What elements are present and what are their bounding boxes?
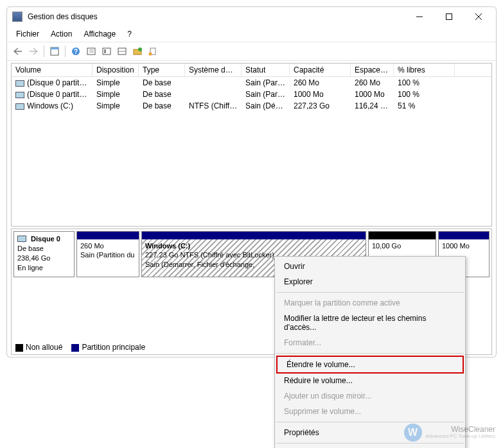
table-row[interactable]: (Disque 0 partition...SimpleDe baseSain … xyxy=(12,77,491,89)
svg-rect-12 xyxy=(104,49,106,53)
partition-box[interactable]: 260 MoSain (Partition du xyxy=(76,231,139,277)
context-menu-item: Formater... xyxy=(275,335,465,350)
table-header: Volume Disposition Type Système de ... S… xyxy=(12,64,491,77)
legend-primary-swatch xyxy=(71,344,79,352)
context-menu: OuvrirExplorerMarquer la partition comme… xyxy=(274,256,466,448)
disk-icon xyxy=(17,236,26,242)
th-volume[interactable]: Volume xyxy=(12,64,93,76)
legend-unallocated-swatch xyxy=(15,344,23,352)
context-menu-item: Marquer la partition comme active xyxy=(275,295,465,311)
context-menu-separator xyxy=(276,422,464,422)
menu-view[interactable]: Affichage xyxy=(78,28,121,40)
context-menu-separator xyxy=(276,292,464,293)
th-disposition[interactable]: Disposition xyxy=(93,64,139,76)
partition-size: 260 Mo xyxy=(80,241,136,250)
disk-size: 238,46 Go xyxy=(17,254,50,262)
context-menu-item[interactable]: Modifier la lettre de lecteur et les che… xyxy=(275,311,465,335)
disk-type: De base xyxy=(17,245,44,252)
maximize-button[interactable] xyxy=(434,7,464,26)
watermark-sub: Advanced PC Tune-up Utilities xyxy=(426,434,496,440)
volume-icon xyxy=(15,80,24,87)
toolbar-icon-3[interactable] xyxy=(115,44,129,58)
volume-icon xyxy=(15,92,24,98)
partition-size: 10,00 Go xyxy=(372,241,432,250)
svg-rect-11 xyxy=(103,48,110,55)
volume-list: Volume Disposition Type Système de ... S… xyxy=(11,63,492,227)
menu-help[interactable]: ? xyxy=(122,28,137,40)
menubar: Fichier Action Affichage ? xyxy=(7,26,496,42)
svg-text:?: ? xyxy=(74,48,78,55)
legend-primary: Partition principale xyxy=(82,343,145,352)
context-menu-item: Ajouter un disque miroir... xyxy=(275,388,465,404)
legend: Non alloué Partition principale xyxy=(15,343,145,352)
svg-point-18 xyxy=(149,53,152,56)
th-capacity[interactable]: Capacité xyxy=(290,64,351,76)
th-percent[interactable]: % libres xyxy=(394,64,455,76)
th-system[interactable]: Système de ... xyxy=(185,64,242,76)
context-menu-item[interactable]: Réduire le volume... xyxy=(275,373,465,388)
partition-size: 1000 Mo xyxy=(442,241,486,250)
partition-status: Sain (Partition du xyxy=(80,250,136,259)
window-title: Gestion des disques xyxy=(28,12,405,21)
menu-action[interactable]: Action xyxy=(46,28,77,40)
disk-name: Disque 0 xyxy=(31,235,60,243)
volume-icon xyxy=(15,103,24,110)
toolbar-icon-5[interactable] xyxy=(146,44,160,58)
context-menu-item[interactable]: Explorer xyxy=(275,274,465,289)
toolbar-icon-1[interactable] xyxy=(84,44,98,58)
context-menu-separator xyxy=(276,443,464,444)
toolbar: ? xyxy=(7,42,496,61)
help-icon[interactable]: ? xyxy=(69,44,83,58)
close-button[interactable] xyxy=(464,7,493,26)
th-free[interactable]: Espace li... xyxy=(351,64,394,76)
table-row[interactable]: Windows (C:)SimpleDe baseNTFS (Chiffr...… xyxy=(12,100,491,112)
app-icon xyxy=(12,12,22,22)
context-menu-separator xyxy=(276,353,464,354)
disk-status: En ligne xyxy=(17,264,43,271)
back-button[interactable] xyxy=(11,44,25,58)
svg-point-16 xyxy=(138,47,142,51)
toolbar-icon-4[interactable] xyxy=(130,44,145,58)
svg-rect-1 xyxy=(446,14,452,20)
toolbar-view-icon[interactable] xyxy=(48,44,62,58)
context-menu-item[interactable]: Étendre le volume... xyxy=(276,356,464,374)
window-controls xyxy=(405,7,493,26)
context-menu-item[interactable]: Ouvrir xyxy=(275,259,465,274)
forward-button[interactable] xyxy=(26,44,40,58)
titlebar: Gestion des disques xyxy=(7,7,496,26)
menu-file[interactable]: Fichier xyxy=(11,28,44,40)
svg-rect-8 xyxy=(87,48,95,55)
th-type[interactable]: Type xyxy=(139,64,185,76)
minimize-button[interactable] xyxy=(405,7,434,26)
watermark: W WiseCleaner Advanced PC Tune-up Utilit… xyxy=(404,424,496,442)
legend-unallocated: Non alloué xyxy=(26,343,62,352)
disk-info-panel[interactable]: Disque 0 De base 238,46 Go En ligne xyxy=(13,231,75,277)
watermark-icon: W xyxy=(404,424,422,442)
svg-rect-5 xyxy=(51,47,58,49)
partition-title: Windows (C:) xyxy=(145,241,362,250)
context-menu-item: Supprimer le volume... xyxy=(275,404,465,419)
th-status[interactable]: Statut xyxy=(242,64,290,76)
table-row[interactable]: (Disque 0 partition...SimpleDe baseSain … xyxy=(12,89,491,100)
toolbar-icon-2[interactable] xyxy=(100,44,114,58)
